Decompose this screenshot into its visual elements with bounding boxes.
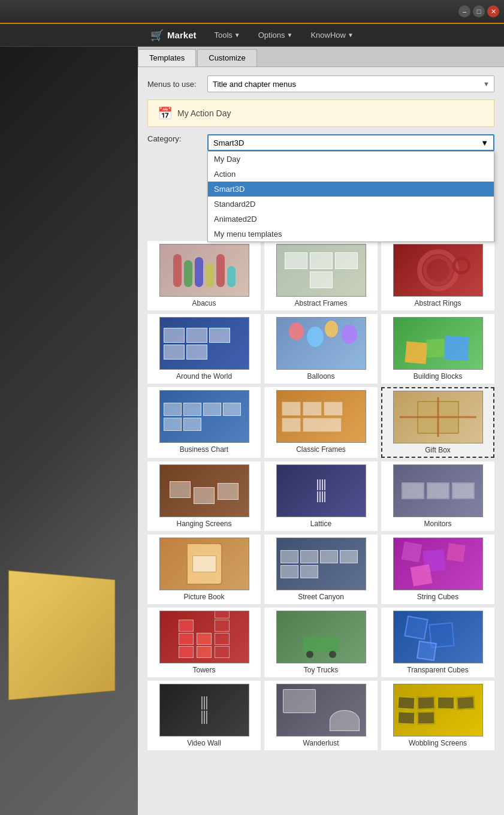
maximize-button[interactable]: □ <box>473 5 485 17</box>
category-dropdown: My Day Action Smart3D Standard2D Animate… <box>207 151 494 242</box>
template-picture-book[interactable]: Picture Book <box>147 535 261 604</box>
category-option-action[interactable]: Action <box>208 167 494 182</box>
tools-label: Tools <box>214 31 232 40</box>
market-icon: 🛒 <box>150 29 164 42</box>
template-abstract-frames[interactable]: Abstract Frames <box>264 241 378 310</box>
tab-templates[interactable]: Templates <box>138 49 196 67</box>
app-name: Market <box>167 30 196 40</box>
category-option-myday[interactable]: My Day <box>208 152 494 167</box>
template-name-abacus: Abacus <box>192 299 216 307</box>
options-arrow: ▼ <box>287 32 293 38</box>
menus-to-use-select-wrapper: Title and chapter menus ▼ <box>207 76 494 92</box>
action-day-text: My Action Day <box>177 108 231 118</box>
category-select-display[interactable]: Smart3D ▼ <box>207 134 494 151</box>
category-option-mymenutemplates[interactable]: My menu templates <box>208 227 494 242</box>
template-name-building-blocks: Building Blocks <box>414 372 462 381</box>
left-panel <box>0 47 138 815</box>
category-arrow-icon: ▼ <box>481 138 488 147</box>
category-option-standard2d[interactable]: Standard2D <box>208 197 494 212</box>
menus-to-use-label: Menus to use: <box>147 80 207 89</box>
category-label: Category: <box>147 134 207 143</box>
template-name-transparent-cubes: Transparent Cubes <box>407 666 468 674</box>
template-transparent-cubes[interactable]: Transparent Cubes <box>381 608 494 677</box>
template-name-toy-trucks: Toy Trucks <box>304 666 338 674</box>
tab-customize[interactable]: Customize <box>197 49 256 67</box>
template-around-world[interactable]: Around the World <box>147 314 261 384</box>
tools-arrow: ▼ <box>234 32 240 38</box>
category-option-smart3d[interactable]: Smart3D <box>208 182 494 197</box>
template-balloons[interactable]: Balloons <box>264 314 378 384</box>
options-menu[interactable]: Options ▼ <box>258 31 293 40</box>
template-name-video-wall: Video Wall <box>187 739 221 747</box>
window-controls: – □ ✕ <box>458 5 499 17</box>
templates-grid: Abacus Abstract Frames Abstract Rings Ar… <box>147 241 494 762</box>
template-classic-frames[interactable]: Classic Frames <box>264 387 378 458</box>
template-name-wobbling-screens: Wobbling Screens <box>409 739 467 747</box>
template-name-hanging-screens: Hanging Screens <box>176 520 231 528</box>
menus-to-use-row: Menus to use: Title and chapter menus ▼ <box>147 76 494 92</box>
menus-to-use-select[interactable]: Title and chapter menus <box>207 76 494 92</box>
template-name-abstract-frames: Abstract Frames <box>294 299 347 307</box>
main-panel: Templates Customize Menus to use: Title … <box>138 47 504 815</box>
template-name-business-chart: Business Chart <box>180 445 228 454</box>
template-video-wall[interactable]: Video Wall <box>147 681 261 750</box>
menu-bar: 🛒 Market Tools ▼ Options ▼ KnowHow ▼ <box>0 24 504 47</box>
template-building-blocks[interactable]: Building Blocks <box>381 314 494 384</box>
knowhow-menu[interactable]: KnowHow ▼ <box>310 31 353 40</box>
template-abstract-rings[interactable]: Abstract Rings <box>381 241 494 310</box>
tab-bar: Templates Customize <box>138 47 504 67</box>
template-name-wanderlust: Wanderlust <box>303 739 339 747</box>
template-toy-trucks[interactable]: Toy Trucks <box>264 608 378 677</box>
3d-box-decoration <box>8 570 115 701</box>
title-bar: – □ ✕ <box>0 0 504 24</box>
template-string-cubes[interactable]: String Cubes <box>381 535 494 604</box>
category-option-animated2d[interactable]: Animated2D <box>208 212 494 227</box>
close-button[interactable]: ✕ <box>487 5 499 17</box>
template-abacus[interactable]: Abacus <box>147 241 261 310</box>
category-value: Smart3D <box>213 138 244 147</box>
template-name-picture-book: Picture Book <box>183 593 224 601</box>
template-wanderlust[interactable]: Wanderlust <box>264 681 378 750</box>
template-business-chart[interactable]: Business Chart <box>147 387 261 458</box>
template-gift-box[interactable]: Gift Box <box>381 387 494 458</box>
tools-menu[interactable]: Tools ▼ <box>214 31 240 40</box>
template-name-towers: Towers <box>192 666 215 674</box>
template-name-classic-frames: Classic Frames <box>296 445 346 454</box>
action-day-icon: 📅 <box>158 106 173 120</box>
template-monitors[interactable]: Monitors <box>381 461 494 531</box>
template-wobbling-screens[interactable]: Wobbling Screens <box>381 681 494 750</box>
template-street-canyon[interactable]: Street Canyon <box>264 535 378 604</box>
template-name-monitors: Monitors <box>424 520 451 528</box>
template-name-string-cubes: String Cubes <box>417 593 458 601</box>
template-hanging-screens[interactable]: Hanging Screens <box>147 461 261 531</box>
content-area: Menus to use: Title and chapter menus ▼ … <box>138 67 504 771</box>
knowhow-label: KnowHow <box>310 31 346 40</box>
template-name-gift-box: Gift Box <box>425 446 451 454</box>
minimize-button[interactable]: – <box>458 5 470 17</box>
template-name-abstract-rings: Abstract Rings <box>414 299 461 307</box>
knowhow-arrow: ▼ <box>348 32 354 38</box>
category-row: Category: Smart3D ▼ My Day Action Smart3… <box>147 134 494 151</box>
template-name-lattice: Lattice <box>310 520 331 528</box>
category-container: Smart3D ▼ My Day Action Smart3D Standard… <box>207 134 494 151</box>
template-lattice[interactable]: Lattice <box>264 461 378 531</box>
options-label: Options <box>258 31 285 40</box>
app-logo: 🛒 Market <box>150 29 196 42</box>
my-action-day-banner: 📅 My Action Day <box>147 99 494 127</box>
template-towers[interactable]: Towers <box>147 608 261 677</box>
template-name-around-world: Around the World <box>176 372 232 381</box>
template-name-street-canyon: Street Canyon <box>298 593 344 601</box>
template-name-balloons: Balloons <box>307 372 334 381</box>
